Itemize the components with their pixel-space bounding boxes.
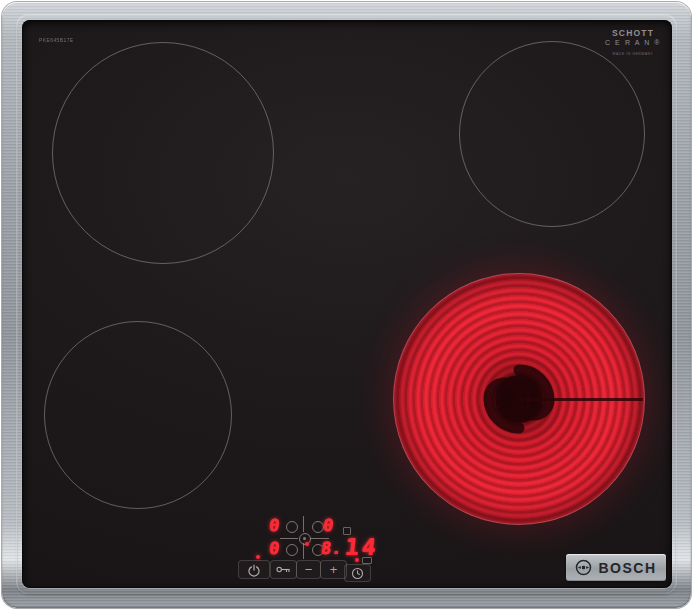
zone-selected-indicator-dot <box>305 542 309 546</box>
ceran-subline: MADE IN GERMANY <box>602 52 664 56</box>
key-lock-icon <box>276 565 291 574</box>
cooking-zone-top-right <box>459 41 645 227</box>
active-burner-bottom-right <box>393 273 645 525</box>
zone-display-top-left: 0 <box>268 517 280 534</box>
zone-indicator-circle-top-left <box>286 521 298 533</box>
clock-icon <box>351 567 364 580</box>
power-button[interactable] <box>238 560 270 579</box>
zone-display-bottom-left: 0 <box>268 540 280 557</box>
bosch-badge: BOSCH <box>566 554 666 581</box>
timer-unit-icon <box>362 557 372 564</box>
minus-button[interactable]: − <box>296 560 321 579</box>
child-lock-button[interactable] <box>270 560 297 579</box>
display-separator-bottom <box>303 543 304 559</box>
cooking-zone-bottom-left <box>44 321 232 509</box>
timer-indicator-dot <box>355 558 359 562</box>
display-separator-top <box>303 516 304 532</box>
zone-indicator-circle-bottom-left <box>286 544 298 556</box>
zone-display-bottom-right: 8. <box>320 540 342 557</box>
schott-line: SCHOTT <box>602 29 664 39</box>
dual-zone-divider-line <box>519 398 643 401</box>
burner-coil-graphic <box>394 274 644 524</box>
bosch-logo-icon <box>575 559 592 576</box>
timer-display: 14 <box>344 536 380 559</box>
plus-label: + <box>330 563 338 576</box>
timer-button[interactable] <box>344 564 371 582</box>
minus-label: − <box>305 563 313 576</box>
plus-button[interactable]: + <box>320 560 347 579</box>
power-indicator-dot <box>256 555 260 559</box>
bosch-wordmark: BOSCH <box>598 560 656 576</box>
cooktop-photo: PKE645B17E SCHOTT C E R A N ® MADE IN GE… <box>0 0 693 610</box>
model-label: PKE645B17E <box>39 37 74 43</box>
display-line-left <box>280 538 298 539</box>
schott-ceran-logo: SCHOTT C E R A N ® MADE IN GERMANY <box>602 29 664 56</box>
zone-display-top-right: 0 <box>322 517 334 534</box>
cooking-zone-top-left <box>52 42 274 264</box>
ceran-line: C E R A N ® <box>602 39 664 47</box>
power-icon <box>247 563 261 577</box>
